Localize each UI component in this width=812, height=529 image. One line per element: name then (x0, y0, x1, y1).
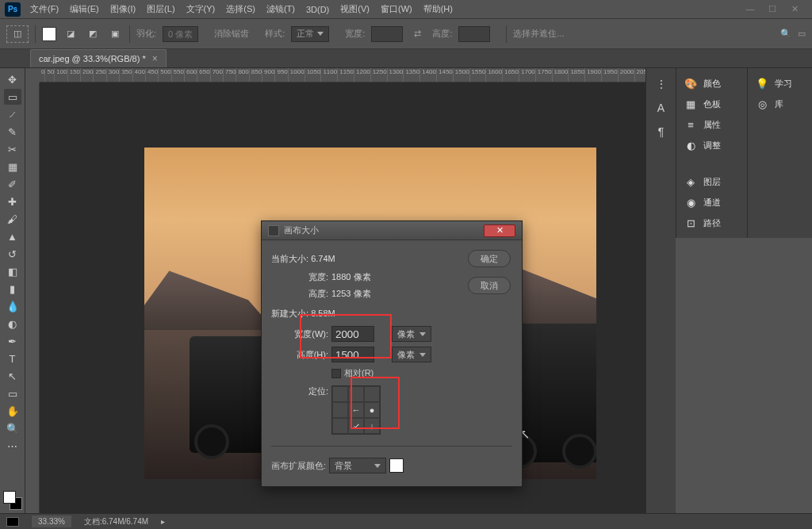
document-tab[interactable]: car.jpeg @ 33.3%(RGB/8) * × (30, 49, 167, 67)
history-brush-tool[interactable]: ↺ (4, 246, 21, 262)
layers-panel-button[interactable]: ◈图层 (676, 171, 747, 192)
document-tab-title: car.jpeg @ 33.3%(RGB/8) * (39, 54, 146, 63)
swatches-panel-button[interactable]: ▦色板 (676, 94, 747, 114)
shape-tool[interactable]: ▭ (4, 385, 21, 401)
menu-type[interactable]: 文字(Y) (182, 1, 220, 17)
bulb-icon: 💡 (756, 77, 768, 90)
cc-icon: ◎ (756, 98, 768, 110)
minimize-icon[interactable]: — (744, 4, 756, 14)
hand-tool[interactable]: ✋ (4, 403, 21, 419)
frame-tool[interactable]: ▦ (4, 159, 21, 174)
current-size-value: 6.74M (311, 254, 335, 263)
marquee-tool[interactable]: ▭ (4, 89, 21, 105)
cancel-button[interactable]: 取消 (468, 277, 511, 294)
color-panel-button[interactable]: 🎨颜色 (676, 73, 747, 94)
height-input[interactable] (458, 26, 490, 42)
workspace-icon[interactable]: ▭ (798, 29, 806, 39)
width-input[interactable] (371, 26, 403, 42)
edit-toolbar[interactable]: ⋯ (4, 438, 21, 454)
eraser-tool[interactable]: ◧ (4, 263, 21, 279)
move-tool[interactable]: ✥ (4, 71, 21, 87)
crop-tool[interactable]: ✂ (4, 141, 21, 157)
heal-tool[interactable]: ✚ (4, 194, 21, 209)
cur-width-value: 1880 像素 (331, 271, 371, 283)
anchor-grid[interactable]: ←● ↙↓ (331, 385, 381, 435)
menu-help[interactable]: 帮助(H) (419, 1, 458, 17)
ps-logo: Ps (5, 2, 21, 17)
properties-panel-button[interactable]: ≡属性 (676, 114, 747, 135)
dialog-close-button[interactable]: ✕ (484, 224, 515, 237)
brush-tool[interactable]: 🖌 (4, 211, 21, 227)
blur-tool[interactable]: 💧 (4, 298, 21, 314)
relative-checkbox[interactable] (331, 369, 341, 378)
stamp-tool[interactable]: ▲ (4, 228, 21, 244)
sel-intersect-icon[interactable]: ▣ (107, 26, 123, 42)
doc-info[interactable]: 文档:6.74M/6.74M (84, 516, 148, 527)
sel-subtract-icon[interactable]: ◩ (85, 26, 101, 42)
paths-icon: ⊡ (684, 217, 697, 229)
ext-color-label: 画布扩展颜色: (271, 460, 326, 472)
paragraph-icon[interactable]: ¶ (658, 125, 665, 138)
width-input[interactable] (331, 326, 374, 342)
path-select-tool[interactable]: ↖ (4, 368, 21, 384)
channels-panel-button[interactable]: ◉通道 (676, 192, 747, 213)
width-unit-dropdown[interactable]: 像素 (392, 326, 431, 342)
foreground-color[interactable] (3, 491, 16, 504)
lasso-tool[interactable]: ⟋ (4, 106, 21, 122)
color-swatches[interactable] (3, 491, 22, 510)
sel-add-icon[interactable]: ◪ (63, 26, 79, 42)
adjustments-panel-button[interactable]: ◐调整 (676, 135, 747, 155)
color-panel-group: 🎨颜色 ▦色板 ≡属性 ◐调整 ◈图层 ◉通道 ⊡路径 (676, 68, 747, 238)
ext-color-swatch[interactable] (389, 458, 404, 473)
paragraph-panel-icon[interactable]: ⋮ (656, 78, 667, 90)
doc-info-arrow-icon[interactable]: ▸ (161, 517, 165, 526)
search-icon[interactable]: 🔍 (780, 29, 791, 39)
feather-input[interactable]: 0 像素 (163, 26, 198, 42)
swatches-icon: ▦ (684, 98, 697, 110)
menu-file[interactable]: 文件(F) (25, 1, 63, 17)
swap-wh-icon[interactable]: ⇄ (414, 29, 421, 39)
height-input[interactable] (331, 347, 374, 362)
eyedropper-tool[interactable]: ✐ (4, 176, 21, 192)
library-panel-button[interactable]: ◎库 (748, 94, 812, 114)
menu-3d[interactable]: 3D(D) (301, 2, 334, 17)
sel-new-icon[interactable] (42, 27, 56, 41)
height-unit-dropdown[interactable]: 像素 (392, 347, 431, 362)
new-size-label: 新建大小: (271, 309, 308, 318)
select-mask-button[interactable]: 选择并遮住... (513, 28, 564, 40)
anchor-label: 定位: (271, 385, 328, 397)
status-bar: 33.33% 文档:6.74M/6.74M ▸ (0, 513, 812, 529)
menu-edit[interactable]: 编辑(E) (65, 1, 104, 17)
maximize-icon[interactable]: ☐ (766, 4, 779, 14)
ruler-horizontal: 0501001502002503003504004505005506006507… (40, 68, 645, 82)
menu-bar: Ps 文件(F) 编辑(E) 图像(I) 图层(L) 文字(Y) 选择(S) 滤… (0, 0, 812, 19)
menu-window[interactable]: 窗口(W) (376, 1, 417, 17)
antialias-label: 消除锯齿 (214, 28, 249, 40)
type-tool[interactable]: T (4, 351, 21, 366)
dodge-tool[interactable]: ◐ (4, 316, 21, 332)
dialog-title: 画布大小 (284, 224, 319, 236)
dialog-titlebar[interactable]: 画布大小 ✕ (262, 221, 522, 240)
style-dropdown[interactable]: 正常 (291, 26, 329, 42)
paths-panel-button[interactable]: ⊡路径 (676, 213, 747, 233)
menu-filter[interactable]: 滤镜(T) (262, 1, 300, 17)
quick-select-tool[interactable]: ✎ (4, 124, 21, 140)
pen-tool[interactable]: ✒ (4, 333, 21, 349)
zoom-tool[interactable]: 🔍 (4, 420, 21, 436)
gradient-tool[interactable]: ▮ (4, 281, 21, 297)
new-height-label: 高度(H): (271, 349, 328, 361)
character-panel-icon[interactable]: A (657, 102, 665, 114)
canvas-area[interactable]: 0501001502002503003504004505005506006507… (25, 68, 645, 513)
menu-image[interactable]: 图像(I) (105, 1, 140, 17)
tool-preset-marquee[interactable]: ◫ (6, 25, 29, 43)
ext-color-dropdown[interactable]: 背景 (329, 458, 386, 473)
zoom-level[interactable]: 33.33% (32, 516, 71, 527)
learn-panel-button[interactable]: 💡学习 (748, 73, 812, 94)
menu-layer[interactable]: 图层(L) (142, 1, 179, 17)
properties-icon: ≡ (684, 118, 697, 131)
menu-select[interactable]: 选择(S) (221, 1, 260, 17)
tab-close-icon[interactable]: × (152, 53, 158, 64)
menu-view[interactable]: 视图(V) (335, 1, 374, 17)
close-icon[interactable]: ✕ (788, 4, 801, 14)
ok-button[interactable]: 确定 (468, 250, 511, 267)
